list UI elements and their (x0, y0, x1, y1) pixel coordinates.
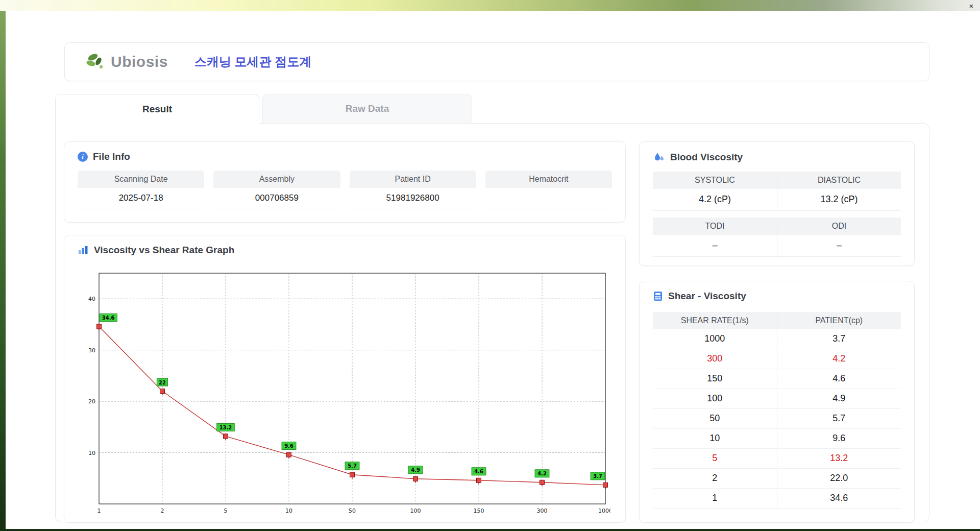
shear-viscosity-card: Shear - Viscosity SHEAR RATE(1/s) PATIEN… (639, 281, 915, 523)
blood-viscosity-title: Blood Viscosity (670, 152, 743, 163)
svg-text:13.2: 13.2 (219, 425, 232, 430)
svg-text:10: 10 (88, 450, 95, 456)
file-info-field: Patient ID51981926800 (350, 171, 476, 209)
shear-rate-cell: 50 (653, 409, 777, 429)
patient-column-header: PATIENT(cp) (777, 312, 901, 329)
odi-label: ODI (777, 218, 901, 235)
patient-viscosity-cell: 3.7 (777, 329, 901, 349)
svg-text:10: 10 (285, 508, 292, 514)
shear-rate-cell: 100 (653, 389, 777, 409)
shear-table-row: 1504.6 (653, 369, 901, 389)
shear-rate-column-header: SHEAR RATE(1/s) (653, 312, 777, 329)
shear-table-row: 3004.2 (653, 349, 901, 369)
svg-text:30: 30 (88, 347, 95, 354)
svg-text:22: 22 (159, 380, 166, 385)
window-close-button[interactable]: × (966, 1, 976, 11)
field-label: Scanning Date (78, 171, 204, 188)
field-label: Patient ID (350, 171, 476, 188)
shear-table-row: 10003.7 (653, 329, 901, 349)
shear-rate-cell: 1 (653, 489, 777, 509)
result-panel: i File Info Scanning Date2025-07-18Assem… (55, 123, 929, 522)
field-label: Hematocrit (485, 171, 612, 188)
todi-value: – (653, 235, 777, 257)
shear-table-row: 513.2 (653, 449, 901, 469)
file-info-title-row: i File Info (64, 142, 625, 162)
field-value: 2025-07-18 (78, 188, 204, 209)
patient-viscosity-cell: 4.2 (777, 349, 901, 369)
field-value (485, 188, 612, 209)
viscosity-graph-card: Viscosity vs Shear Rate Graph 1251050100… (64, 235, 626, 523)
svg-text:4.9: 4.9 (411, 467, 420, 473)
diastolic-label: DIASTOLIC (777, 172, 901, 189)
patient-viscosity-cell: 34.6 (777, 489, 901, 509)
svg-text:20: 20 (88, 398, 95, 405)
calculator-icon (653, 291, 663, 301)
desktop-top-strip: × (0, 0, 980, 11)
shear-rate-cell: 5 (653, 449, 777, 469)
shear-rate-cell: 150 (653, 369, 777, 389)
svg-text:9.6: 9.6 (284, 443, 293, 449)
viscosity-chart-svg: 125105010015030010001020304034.62213.29.… (80, 267, 610, 517)
brand-logo: Ubiosis (85, 52, 168, 72)
systolic-value: 4.2 (cP) (653, 189, 777, 211)
desktop: × Ubiosis 스캐닝 모세관 점도계 Result Raw Data (0, 0, 980, 531)
shear-table-row: 134.6 (653, 489, 901, 509)
file-info-card: i File Info Scanning Date2025-07-18Assem… (64, 141, 626, 223)
field-label: Assembly (213, 171, 340, 188)
systolic-label: SYSTOLIC (653, 172, 777, 189)
app-title: 스캐닝 모세관 점도계 (194, 54, 311, 70)
shear-rate-cell: 2 (653, 469, 777, 489)
svg-text:1: 1 (97, 508, 101, 514)
shear-table-row: 222.0 (653, 469, 901, 489)
shear-rate-cell: 1000 (653, 329, 777, 349)
info-icon: i (78, 152, 88, 162)
shear-viscosity-title: Shear - Viscosity (668, 291, 746, 302)
graph-title-row: Viscosity vs Shear Rate Graph (64, 235, 625, 256)
field-value: 000706859 (213, 188, 340, 209)
graph-title: Viscosity vs Shear Rate Graph (94, 245, 234, 256)
svg-text:150: 150 (474, 508, 484, 514)
water-drops-icon (653, 151, 665, 163)
bar-chart-icon (78, 245, 89, 255)
svg-text:2: 2 (161, 508, 164, 514)
svg-text:5.7: 5.7 (348, 463, 357, 469)
ubiosis-leaf-logo-icon (85, 52, 108, 72)
todi-label: TODI (653, 218, 777, 235)
diastolic-value: 13.2 (cP) (777, 189, 901, 211)
file-info-field: Assembly000706859 (213, 171, 340, 209)
file-info-title: File Info (93, 151, 130, 162)
tab-result[interactable]: Result (55, 94, 259, 124)
shear-table-row: 109.6 (653, 429, 901, 449)
shear-table-row: 1004.9 (653, 389, 901, 409)
svg-text:40: 40 (88, 296, 95, 302)
patient-viscosity-cell: 4.6 (777, 369, 901, 389)
svg-text:3.7: 3.7 (593, 473, 602, 479)
svg-text:100: 100 (410, 508, 421, 514)
app-header: Ubiosis 스캐닝 모세관 점도계 (64, 42, 929, 81)
patient-viscosity-cell: 4.9 (777, 389, 901, 409)
shear-table-row: 505.7 (653, 409, 901, 429)
brand-name: Ubiosis (111, 53, 168, 70)
svg-text:4.6: 4.6 (474, 469, 483, 474)
blood-viscosity-grid-top: SYSTOLIC DIASTOLIC 4.2 (cP) 13.2 (cP) (653, 172, 901, 211)
file-info-field: Hematocrit (485, 171, 612, 209)
shear-rate-cell: 300 (653, 349, 777, 369)
file-info-field: Scanning Date2025-07-18 (78, 171, 204, 209)
shear-rate-cell: 10 (653, 429, 777, 449)
shear-viscosity-title-row: Shear - Viscosity (640, 281, 914, 302)
svg-text:300: 300 (537, 508, 548, 514)
svg-text:50: 50 (349, 508, 356, 514)
patient-viscosity-cell: 9.6 (777, 429, 901, 449)
patient-viscosity-cell: 5.7 (777, 409, 901, 429)
shear-table-body: 10003.73004.21504.61004.9505.7109.6513.2… (653, 329, 901, 509)
patient-viscosity-cell: 22.0 (777, 469, 901, 489)
shear-viscosity-table: SHEAR RATE(1/s) PATIENT(cp) 10003.73004.… (653, 312, 901, 509)
tab-raw-data[interactable]: Raw Data (262, 94, 472, 123)
patient-viscosity-cell: 13.2 (777, 449, 901, 469)
odi-value: – (777, 235, 901, 257)
svg-text:5: 5 (224, 508, 228, 514)
blood-viscosity-title-row: Blood Viscosity (640, 142, 914, 163)
app-window: Ubiosis 스캐닝 모세관 점도계 Result Raw Data i Fi… (6, 11, 980, 529)
svg-text:4.2: 4.2 (537, 471, 547, 476)
blood-viscosity-card: Blood Viscosity SYSTOLIC DIASTOLIC 4.2 (… (639, 141, 915, 266)
